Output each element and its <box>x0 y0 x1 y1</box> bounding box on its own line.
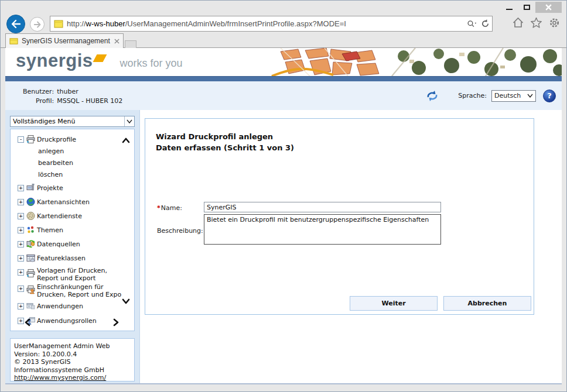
expand-box[interactable]: + <box>18 227 24 233</box>
back-arrow-icon <box>11 19 21 29</box>
name-input[interactable] <box>204 202 441 212</box>
tree-item-label: Einschränkungen für Drucken, Report und … <box>37 283 126 298</box>
new-tab-button[interactable] <box>125 40 136 48</box>
back-button[interactable] <box>6 15 25 33</box>
tree-item-label: bearbeiten <box>38 159 73 167</box>
printer-icon <box>26 135 36 144</box>
tree-item-projekte[interactable]: + Projekte <box>11 182 134 194</box>
tree-scroll-left-button[interactable] <box>25 318 30 328</box>
window-controls <box>500 2 562 13</box>
close-button[interactable] <box>535 2 562 13</box>
page-icon <box>54 19 63 29</box>
minimize-button[interactable] <box>500 2 518 13</box>
tree-scroll-down-button[interactable] <box>122 298 130 306</box>
required-marker: * <box>157 204 160 212</box>
userbar-actions: Sprache: Deutsch ? <box>425 90 556 102</box>
tab-synergis-usermanagement[interactable]: SynerGIS Usermanagement ... <box>5 33 124 48</box>
navigation-tree: - Druckprofile anlegen bearbeiten lösche… <box>10 129 135 331</box>
browser-window: http://w-ws-huber/UserManagementAdminWeb… <box>0 0 567 392</box>
tree-item-anlegen[interactable]: anlegen <box>11 145 134 157</box>
tree-item-bearbeiten[interactable]: bearbeiten <box>11 157 134 169</box>
url-text: http://w-ws-huber/UserManagementAdminWeb… <box>67 19 463 28</box>
tree-item-vorlagen[interactable]: + Vorlagen für Drucken, Report und Expor… <box>11 266 134 283</box>
tree-item-label: Anwendungen <box>37 302 83 310</box>
tab-title: SynerGIS Usermanagement ... <box>22 37 111 45</box>
main-content: Wizard Druckprofil anlegen Daten erfasse… <box>140 110 562 383</box>
address-bar[interactable]: http://w-ws-huber/UserManagementAdminWeb… <box>50 16 493 32</box>
web-page: synergis works for you Benutzer: thuber … <box>5 48 562 384</box>
header-banner: synergis works for you <box>5 48 562 76</box>
tree-item-label: Vorlagen für Drucken, Report und Export <box>37 267 126 282</box>
about-box: UserManagement Admin Web Version: 10.200… <box>10 338 135 381</box>
logo-swoosh-icon <box>93 54 107 62</box>
map-service-icon <box>26 211 36 221</box>
tab-close-icon[interactable] <box>114 39 119 44</box>
chevron-right-icon <box>113 318 119 326</box>
wizard-title-line1: Wizard Druckprofil anlegen <box>156 131 294 142</box>
help-button[interactable]: ? <box>543 90 556 102</box>
expand-box[interactable]: + <box>18 213 24 219</box>
maximize-button[interactable] <box>518 2 535 13</box>
close-icon <box>545 4 552 11</box>
expand-box[interactable]: + <box>18 255 24 262</box>
expand-box[interactable]: + <box>18 303 24 310</box>
user-value: thuber <box>57 88 122 95</box>
favorites-star-icon[interactable] <box>530 17 542 29</box>
expand-box[interactable]: + <box>18 185 24 191</box>
tree-item-themen[interactable]: + Themen <box>11 224 134 236</box>
url-prefix: http:// <box>67 19 86 28</box>
language-label: Sprache: <box>458 92 487 99</box>
home-icon[interactable] <box>512 17 524 29</box>
tree-scroll-right-button[interactable] <box>113 318 119 328</box>
globe-icon <box>26 197 36 207</box>
language-value: Deutsch <box>494 92 521 99</box>
user-info-bar: Benutzer: thuber Profil: MSSQL - HUBER 1… <box>5 81 562 110</box>
website-link[interactable]: http://www.mysynergis.com/ <box>14 374 106 381</box>
tree-item-label: Kartendienste <box>37 212 82 220</box>
tree-item-kartenansichten[interactable]: + Kartenansichten <box>11 196 134 208</box>
expand-box[interactable]: + <box>18 241 24 247</box>
user-label: Benutzer: <box>23 88 54 95</box>
expand-box[interactable]: + <box>18 269 24 276</box>
application-icon <box>26 301 36 311</box>
chevron-up-icon <box>122 137 130 143</box>
header-divider-bar <box>5 76 562 81</box>
expand-box[interactable]: + <box>18 286 24 292</box>
expand-box[interactable]: + <box>18 199 24 205</box>
next-button[interactable]: Weiter <box>350 296 438 311</box>
tab-bar: SynerGIS Usermanagement ... <box>1 33 566 48</box>
reload-profile-icon[interactable] <box>425 90 439 102</box>
settings-gear-icon[interactable] <box>548 17 561 29</box>
tree-item-loeschen[interactable]: löschen <box>11 169 134 180</box>
about-line: UserManagement Admin Web <box>14 342 131 350</box>
tree-item-featureklassen[interactable]: + Featureklassen <box>11 252 134 264</box>
collapse-box[interactable]: - <box>18 136 24 143</box>
expand-box[interactable]: + <box>18 318 24 324</box>
tree-item-einschraenkungen[interactable]: + Einschränkungen für Drucken, Report un… <box>11 283 134 299</box>
tree-item-label: Projekte <box>37 184 63 192</box>
forward-button[interactable] <box>30 17 45 32</box>
profile-value: MSSQL - HUBER 102 <box>57 97 122 105</box>
description-label: Beschreibung: <box>157 227 203 235</box>
wizard-title-line2: Daten erfassen (Schritt 1 von 3) <box>156 142 294 153</box>
refresh-icon[interactable] <box>481 19 490 28</box>
tree-item-kartendienste[interactable]: + Kartendienste <box>11 210 134 222</box>
printer-user-icon <box>26 285 36 294</box>
language-select[interactable]: Deutsch <box>491 90 536 102</box>
cancel-button-label: Abbrechen <box>468 300 507 307</box>
profile-label: Profil: <box>23 97 54 105</box>
logo-tagline: works for you <box>120 57 183 70</box>
address-bar-actions <box>463 19 490 28</box>
wizard-panel: Wizard Druckprofil anlegen Daten erfasse… <box>145 118 534 315</box>
cancel-button[interactable]: Abbrechen <box>443 296 531 311</box>
search-icon[interactable] <box>467 19 477 28</box>
tree-item-druckprofile[interactable]: - Druckprofile <box>11 133 134 145</box>
menu-mode-value: Vollständiges Menü <box>13 118 76 125</box>
user-info: Benutzer: thuber Profil: MSSQL - HUBER 1… <box>23 88 122 105</box>
menu-mode-select[interactable]: Vollständiges Menü <box>10 116 135 127</box>
tree-item-label: Kartenansichten <box>37 198 90 206</box>
tree-scroll-up-button[interactable] <box>122 137 130 145</box>
description-textarea[interactable]: Bietet ein Druckprofil mit benutzergrupp… <box>204 214 441 245</box>
tree-item-datenquellen[interactable]: + Datenquellen <box>11 238 134 250</box>
tree-item-anwendungen[interactable]: + Anwendungen <box>11 300 134 312</box>
